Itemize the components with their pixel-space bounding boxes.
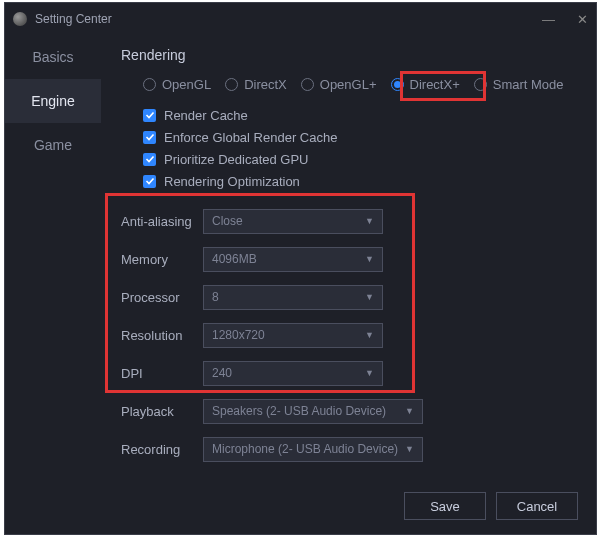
checkmark-icon: [143, 153, 156, 166]
radio-label: OpenGL+: [320, 77, 377, 92]
save-button[interactable]: Save: [404, 492, 486, 520]
checkbox-list: Render Cache Enforce Global Render Cache…: [143, 104, 576, 192]
select-processor[interactable]: 8 ▼: [203, 285, 383, 310]
select-recording[interactable]: Microphone (2- USB Audio Device) ▼: [203, 437, 423, 462]
row-processor: Processor 8 ▼: [121, 278, 576, 316]
radio-icon: [143, 78, 156, 91]
select-resolution[interactable]: 1280x720 ▼: [203, 323, 383, 348]
sidebar-item-engine[interactable]: Engine: [5, 79, 101, 123]
select-value: Microphone (2- USB Audio Device): [212, 442, 398, 456]
row-recording: Recording Microphone (2- USB Audio Devic…: [121, 430, 576, 468]
settings-window: Setting Center — ✕ Basics Engine Game Re…: [4, 2, 597, 535]
close-icon[interactable]: ✕: [577, 12, 588, 27]
select-value: Speakers (2- USB Audio Device): [212, 404, 386, 418]
radio-icon: [474, 78, 487, 91]
button-label: Save: [430, 499, 460, 514]
minimize-icon[interactable]: —: [542, 12, 555, 27]
checkbox-label: Enforce Global Render Cache: [164, 130, 337, 145]
chevron-down-icon: ▼: [365, 254, 374, 264]
checkbox-label: Render Cache: [164, 108, 248, 123]
radio-icon: [225, 78, 238, 91]
checkmark-icon: [143, 131, 156, 144]
row-dpi: DPI 240 ▼: [121, 354, 576, 392]
label-memory: Memory: [121, 252, 203, 267]
radio-directx-plus[interactable]: DirectX+: [391, 77, 460, 92]
sidebar-item-label: Engine: [31, 93, 75, 109]
content-panel: Rendering OpenGL DirectX OpenGL+ DirectX…: [101, 35, 596, 534]
section-title: Rendering: [121, 47, 576, 63]
radio-label: Smart Mode: [493, 77, 564, 92]
select-value: 4096MB: [212, 252, 257, 266]
radio-label: OpenGL: [162, 77, 211, 92]
checkbox-dedicated-gpu[interactable]: Prioritize Dedicated GPU: [143, 148, 576, 170]
select-antialias[interactable]: Close ▼: [203, 209, 383, 234]
checkbox-label: Prioritize Dedicated GPU: [164, 152, 309, 167]
radio-icon: [301, 78, 314, 91]
checkbox-enforce-global-cache[interactable]: Enforce Global Render Cache: [143, 126, 576, 148]
radio-label: DirectX+: [410, 77, 460, 92]
radio-opengl[interactable]: OpenGL: [143, 77, 211, 92]
checkbox-rendering-optimization[interactable]: Rendering Optimization: [143, 170, 576, 192]
chevron-down-icon: ▼: [365, 330, 374, 340]
checkmark-icon: [143, 175, 156, 188]
label-processor: Processor: [121, 290, 203, 305]
row-memory: Memory 4096MB ▼: [121, 240, 576, 278]
sidebar-item-label: Game: [34, 137, 72, 153]
window-title: Setting Center: [35, 12, 112, 26]
label-recording: Recording: [121, 442, 203, 457]
row-resolution: Resolution 1280x720 ▼: [121, 316, 576, 354]
sidebar-item-label: Basics: [32, 49, 73, 65]
label-playback: Playback: [121, 404, 203, 419]
window-controls: — ✕: [542, 12, 588, 27]
titlebar: Setting Center — ✕: [5, 3, 596, 35]
sidebar-item-basics[interactable]: Basics: [5, 35, 101, 79]
select-dpi[interactable]: 240 ▼: [203, 361, 383, 386]
window-body: Basics Engine Game Rendering OpenGL Dire…: [5, 35, 596, 534]
select-playback[interactable]: Speakers (2- USB Audio Device) ▼: [203, 399, 423, 424]
radio-label: DirectX: [244, 77, 287, 92]
chevron-down-icon: ▼: [365, 368, 374, 378]
sidebar: Basics Engine Game: [5, 35, 101, 534]
chevron-down-icon: ▼: [365, 292, 374, 302]
app-icon: [13, 12, 27, 26]
label-dpi: DPI: [121, 366, 203, 381]
select-value: Close: [212, 214, 243, 228]
select-memory[interactable]: 4096MB ▼: [203, 247, 383, 272]
checkbox-label: Rendering Optimization: [164, 174, 300, 189]
chevron-down-icon: ▼: [405, 444, 414, 454]
footer-buttons: Save Cancel: [404, 492, 578, 520]
radio-icon: [391, 78, 404, 91]
radio-smart-mode[interactable]: Smart Mode: [474, 77, 564, 92]
chevron-down-icon: ▼: [365, 216, 374, 226]
radio-opengl-plus[interactable]: OpenGL+: [301, 77, 377, 92]
select-value: 1280x720: [212, 328, 265, 342]
checkmark-icon: [143, 109, 156, 122]
select-value: 240: [212, 366, 232, 380]
cancel-button[interactable]: Cancel: [496, 492, 578, 520]
select-value: 8: [212, 290, 219, 304]
label-resolution: Resolution: [121, 328, 203, 343]
sidebar-item-game[interactable]: Game: [5, 123, 101, 167]
checkbox-render-cache[interactable]: Render Cache: [143, 104, 576, 126]
chevron-down-icon: ▼: [405, 406, 414, 416]
row-antialias: Anti-aliasing Close ▼: [121, 202, 576, 240]
button-label: Cancel: [517, 499, 557, 514]
label-antialias: Anti-aliasing: [121, 214, 203, 229]
radio-directx[interactable]: DirectX: [225, 77, 287, 92]
renderer-radio-group: OpenGL DirectX OpenGL+ DirectX+ Smart Mo…: [143, 77, 576, 92]
row-playback: Playback Speakers (2- USB Audio Device) …: [121, 392, 576, 430]
